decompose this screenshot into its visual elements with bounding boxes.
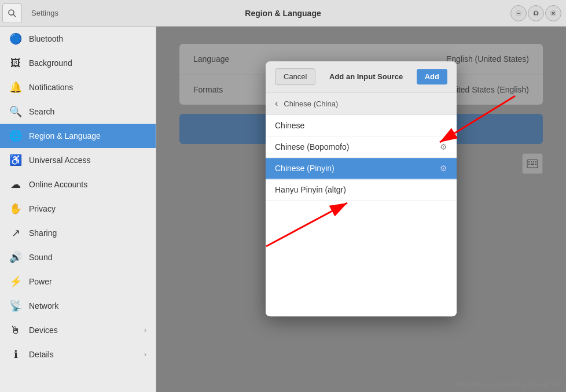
- sidebar-item-network[interactable]: 📡 Network: [0, 294, 156, 318]
- universal-access-icon: ♿: [9, 154, 22, 167]
- list-item-chinese-pinyin[interactable]: Chinese (Pinyin) ⚙: [266, 158, 457, 179]
- sidebar: 🔵 Bluetooth 🖼 Background 🔔 Notifications…: [0, 27, 156, 392]
- sidebar-item-notifications[interactable]: 🔔 Notifications: [0, 75, 156, 99]
- bluetooth-icon: 🔵: [9, 32, 22, 45]
- sidebar-item-label: Online Accounts: [29, 180, 146, 189]
- list-item-label: Chinese: [275, 121, 447, 130]
- list-item-chinese[interactable]: Chinese: [266, 115, 457, 136]
- svg-point-0: [9, 10, 14, 15]
- titlebar: Settings Region & Language: [0, 0, 566, 27]
- maximize-button[interactable]: [528, 5, 544, 21]
- search-icon: 🔍: [9, 105, 22, 118]
- close-button[interactable]: [545, 5, 561, 21]
- dialog-title: Add an Input Source: [329, 72, 403, 81]
- privacy-icon: ✋: [9, 202, 22, 215]
- window-controls: [510, 5, 566, 21]
- sidebar-item-label: Sharing: [29, 228, 146, 238]
- window-title: Region & Language: [245, 9, 321, 18]
- dialog-back-nav: ‹ Chinese (China): [266, 93, 457, 115]
- back-title: Chinese (China): [284, 99, 338, 108]
- details-icon: ℹ: [9, 348, 22, 361]
- sidebar-item-label: Universal Access: [29, 156, 146, 165]
- list-item-label: Chinese (Pinyin): [275, 164, 440, 173]
- sidebar-item-sound[interactable]: 🔊 Sound: [0, 245, 156, 269]
- cancel-button[interactable]: Cancel: [275, 68, 315, 85]
- watermark: https://blog.csdn.net/Troy_Zhang1112: [454, 380, 561, 387]
- sidebar-item-bluetooth[interactable]: 🔵 Bluetooth: [0, 27, 156, 51]
- sidebar-item-details[interactable]: ℹ Details ›: [0, 342, 156, 367]
- sidebar-item-search[interactable]: 🔍 Search: [0, 99, 156, 124]
- app-title: Settings: [31, 9, 58, 17]
- sidebar-item-label: Privacy: [29, 204, 146, 213]
- sidebar-item-label: Sound: [29, 253, 146, 262]
- chevron-icon: ›: [144, 326, 146, 334]
- sidebar-item-label: Bluetooth: [29, 34, 146, 43]
- sidebar-item-background[interactable]: 🖼 Background: [0, 51, 156, 75]
- svg-line-1: [13, 14, 16, 17]
- sidebar-item-label: Power: [29, 277, 146, 286]
- network-icon: 📡: [9, 299, 22, 312]
- list-item-hanyu-pinyin[interactable]: Hanyu Pinyin (altgr): [266, 179, 457, 201]
- add-input-source-dialog: Cancel Add an Input Source Add ‹ Chinese…: [266, 61, 457, 316]
- sidebar-item-label: Notifications: [29, 83, 146, 92]
- dialog-list: Chinese Chinese (Bopomofo) ⚙ Chinese (Pi…: [266, 115, 457, 316]
- main-layout: 🔵 Bluetooth 🖼 Background 🔔 Notifications…: [0, 27, 566, 392]
- notifications-icon: 🔔: [9, 81, 22, 94]
- gear-icon[interactable]: ⚙: [440, 164, 447, 173]
- minimize-button[interactable]: [510, 5, 527, 21]
- list-item-label: Hanyu Pinyin (altgr): [275, 185, 447, 194]
- gear-icon[interactable]: ⚙: [440, 142, 447, 151]
- sharing-icon: ↗: [9, 227, 22, 239]
- sidebar-item-universal-access[interactable]: ♿ Universal Access: [0, 148, 156, 172]
- sidebar-item-devices[interactable]: 🖱 Devices ›: [0, 318, 156, 342]
- sidebar-item-online-accounts[interactable]: ☁ Online Accounts: [0, 172, 156, 197]
- power-icon: ⚡: [9, 275, 22, 288]
- dialog-list-spacer: [266, 201, 457, 316]
- back-arrow-icon[interactable]: ‹: [275, 98, 278, 109]
- list-item-label: Chinese (Bopomofo): [275, 142, 440, 151]
- sidebar-item-power[interactable]: ⚡ Power: [0, 269, 156, 294]
- sidebar-item-label: Devices: [29, 326, 137, 335]
- list-item-chinese-bopomofo[interactable]: Chinese (Bopomofo) ⚙: [266, 136, 457, 158]
- dialog-header: Cancel Add an Input Source Add: [266, 61, 457, 93]
- sidebar-item-privacy[interactable]: ✋ Privacy: [0, 197, 156, 221]
- search-button[interactable]: [2, 3, 22, 23]
- content-area: Language English (United States) Formats…: [156, 27, 566, 392]
- chevron-icon: ›: [144, 350, 146, 358]
- sidebar-item-region-language[interactable]: 🌐 Region & Language: [0, 124, 156, 148]
- sidebar-item-label: Region & Language: [29, 131, 146, 140]
- add-button[interactable]: Add: [417, 69, 447, 84]
- sidebar-item-label: Background: [29, 58, 146, 68]
- sidebar-item-label: Details: [29, 350, 137, 359]
- svg-point-4: [534, 10, 539, 16]
- region-language-icon: 🌐: [9, 130, 22, 142]
- sound-icon: 🔊: [9, 251, 22, 264]
- background-icon: 🖼: [9, 57, 22, 69]
- sidebar-item-sharing[interactable]: ↗ Sharing: [0, 221, 156, 245]
- sidebar-item-label: Search: [29, 107, 146, 116]
- sidebar-item-label: Network: [29, 301, 146, 310]
- online-accounts-icon: ☁: [9, 178, 22, 191]
- devices-icon: 🖱: [9, 324, 22, 336]
